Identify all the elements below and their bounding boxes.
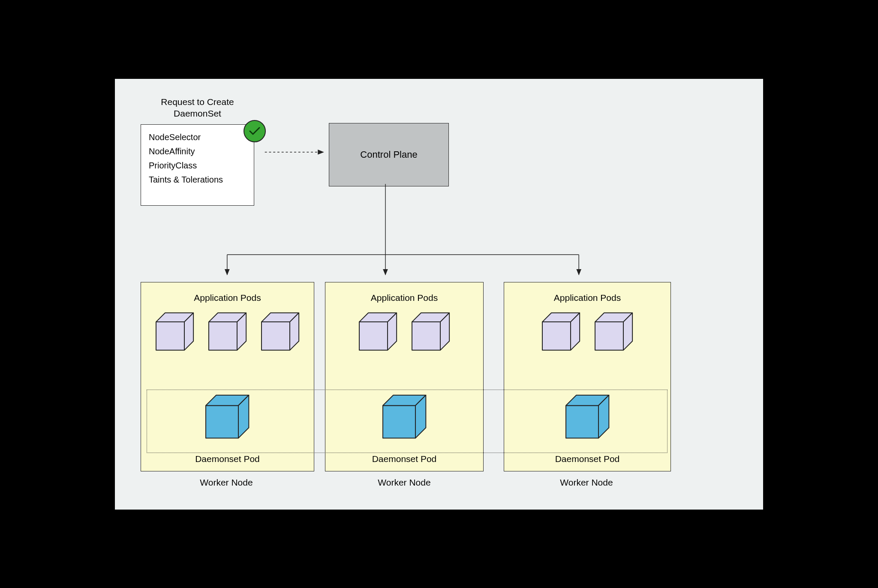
ds-cube-slot-3 [504,394,671,439]
app-pod-cube [541,312,581,351]
cube-icon [411,312,451,351]
svg-marker-31 [595,322,623,350]
request-item-nodeselector: NodeSelector [149,132,249,142]
cube-icon [260,312,300,351]
app-pods-label-3: Application Pods [504,293,671,303]
app-pods-label-2: Application Pods [325,293,483,303]
app-pods-label-1: Application Pods [141,293,314,303]
app-pod-cube [260,312,300,351]
app-pod-cube [155,312,195,351]
control-plane-label: Control Plane [360,149,417,160]
request-item-priorityclass: PriorityClass [149,161,249,171]
app-pod-cube [207,312,247,351]
app-cube-row-1 [141,308,314,351]
worker-node-label-2: Worker Node [361,477,447,488]
ds-pod-label-2: Daemonset Pod [325,454,483,464]
svg-marker-25 [383,405,415,438]
svg-marker-28 [542,322,571,350]
cube-icon [594,312,634,351]
cube-icon [382,394,427,439]
daemonset-pod-cube [565,394,610,439]
svg-marker-22 [412,322,440,350]
cube-icon [541,312,581,351]
svg-marker-34 [566,405,598,438]
request-title-line1: Request to CreateDaemonSet [161,97,234,118]
daemonset-pod-cube [204,394,250,439]
ds-cube-slot-2 [325,394,483,439]
cube-icon [565,394,610,439]
cube-icon [207,312,247,351]
svg-marker-19 [359,322,388,350]
worker-node-label-3: Worker Node [544,477,629,488]
ds-pod-label-3: Daemonset Pod [504,454,671,464]
ds-cube-slot-1 [141,394,314,439]
svg-marker-7 [156,322,184,350]
approve-badge [244,120,266,142]
app-cube-row-3 [504,308,671,351]
svg-marker-10 [209,322,237,350]
worker-node-2: Application Pods Daemonset Pod [325,282,484,471]
worker-node-1: Application Pods Daemonset Pod [141,282,314,471]
request-box: NodeSelector NodeAffinity PriorityClass … [141,124,254,206]
svg-marker-16 [206,405,238,438]
worker-node-label-1: Worker Node [183,477,269,488]
daemonset-pod-cube [382,394,427,439]
request-item-nodeaffinity: NodeAffinity [149,147,249,156]
app-pod-cube [358,312,398,351]
cube-icon [155,312,195,351]
svg-marker-13 [262,322,290,350]
request-item-taints: Taints & Tolerations [149,175,249,185]
worker-node-3: Application Pods Daemonset Pod [504,282,671,471]
diagram-canvas: Request to CreateDaemonSet NodeSelector … [110,74,768,515]
ds-pod-label-1: Daemonset Pod [141,454,314,464]
app-cube-row-2 [325,308,483,351]
app-pod-cube [594,312,634,351]
request-title: Request to CreateDaemonSet [145,96,250,120]
cube-icon [204,394,250,439]
check-icon [248,125,261,138]
cube-icon [358,312,398,351]
app-pod-cube [411,312,451,351]
control-plane-box: Control Plane [329,123,449,186]
